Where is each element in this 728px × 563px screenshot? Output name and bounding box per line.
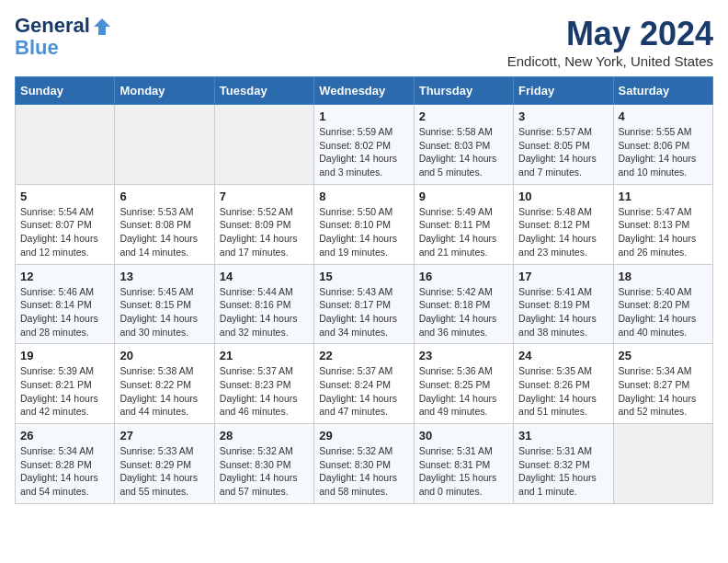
day-info: Sunrise: 5:34 AM Sunset: 8:28 PM Dayligh… bbox=[20, 444, 109, 499]
day-cell bbox=[16, 105, 115, 185]
calendar-title: May 2024 bbox=[507, 15, 713, 53]
day-info: Sunrise: 5:44 AM Sunset: 8:16 PM Dayligh… bbox=[220, 285, 309, 339]
svg-marker-0 bbox=[94, 18, 110, 35]
day-info: Sunrise: 5:54 AM Sunset: 8:07 PM Dayligh… bbox=[20, 205, 109, 259]
week-row-3: 19Sunrise: 5:39 AM Sunset: 8:21 PM Dayli… bbox=[16, 344, 713, 424]
day-number: 3 bbox=[518, 109, 608, 123]
day-cell: 5Sunrise: 5:54 AM Sunset: 8:07 PM Daylig… bbox=[16, 184, 115, 264]
day-info: Sunrise: 5:33 AM Sunset: 8:29 PM Dayligh… bbox=[119, 444, 209, 499]
day-info: Sunrise: 5:46 AM Sunset: 8:14 PM Dayligh… bbox=[20, 285, 109, 339]
day-cell: 21Sunrise: 5:37 AM Sunset: 8:23 PM Dayli… bbox=[214, 344, 313, 424]
day-info: Sunrise: 5:55 AM Sunset: 8:06 PM Dayligh… bbox=[619, 125, 708, 179]
day-info: Sunrise: 5:38 AM Sunset: 8:22 PM Dayligh… bbox=[119, 364, 209, 419]
day-cell: 16Sunrise: 5:42 AM Sunset: 8:18 PM Dayli… bbox=[414, 264, 513, 344]
day-number: 30 bbox=[419, 429, 508, 442]
day-cell: 22Sunrise: 5:37 AM Sunset: 8:24 PM Dayli… bbox=[314, 344, 414, 424]
day-cell: 29Sunrise: 5:32 AM Sunset: 8:30 PM Dayli… bbox=[314, 424, 414, 504]
col-header-monday: Monday bbox=[115, 77, 214, 105]
day-info: Sunrise: 5:57 AM Sunset: 8:05 PM Dayligh… bbox=[518, 125, 608, 179]
day-info: Sunrise: 5:37 AM Sunset: 8:23 PM Dayligh… bbox=[220, 364, 309, 419]
day-cell: 23Sunrise: 5:36 AM Sunset: 8:25 PM Dayli… bbox=[414, 344, 513, 424]
day-info: Sunrise: 5:48 AM Sunset: 8:12 PM Dayligh… bbox=[518, 205, 608, 259]
day-info: Sunrise: 5:40 AM Sunset: 8:20 PM Dayligh… bbox=[619, 285, 708, 339]
header-row: SundayMondayTuesdayWednesdayThursdayFrid… bbox=[16, 77, 713, 105]
col-header-friday: Friday bbox=[514, 77, 613, 105]
day-number: 17 bbox=[518, 270, 608, 283]
day-number: 2 bbox=[419, 109, 508, 123]
day-cell: 4Sunrise: 5:55 AM Sunset: 8:06 PM Daylig… bbox=[613, 105, 712, 185]
day-info: Sunrise: 5:47 AM Sunset: 8:13 PM Dayligh… bbox=[619, 205, 708, 259]
day-number: 9 bbox=[419, 190, 508, 203]
day-info: Sunrise: 5:49 AM Sunset: 8:11 PM Dayligh… bbox=[419, 205, 508, 259]
day-cell: 11Sunrise: 5:47 AM Sunset: 8:13 PM Dayli… bbox=[613, 184, 712, 264]
day-number: 28 bbox=[220, 429, 309, 442]
week-row-4: 26Sunrise: 5:34 AM Sunset: 8:28 PM Dayli… bbox=[16, 424, 713, 504]
day-cell: 30Sunrise: 5:31 AM Sunset: 8:31 PM Dayli… bbox=[414, 424, 513, 504]
day-number: 26 bbox=[20, 429, 109, 442]
calendar-subtitle: Endicott, New York, United States bbox=[507, 53, 713, 69]
day-number: 23 bbox=[419, 349, 508, 362]
day-info: Sunrise: 5:41 AM Sunset: 8:19 PM Dayligh… bbox=[518, 285, 608, 339]
day-cell: 17Sunrise: 5:41 AM Sunset: 8:19 PM Dayli… bbox=[514, 264, 613, 344]
day-cell: 2Sunrise: 5:58 AM Sunset: 8:03 PM Daylig… bbox=[414, 105, 513, 185]
day-cell: 13Sunrise: 5:45 AM Sunset: 8:15 PM Dayli… bbox=[115, 264, 214, 344]
day-cell: 28Sunrise: 5:32 AM Sunset: 8:30 PM Dayli… bbox=[214, 424, 313, 504]
calendar-table: SundayMondayTuesdayWednesdayThursdayFrid… bbox=[15, 76, 713, 504]
day-number: 19 bbox=[20, 349, 109, 362]
day-cell: 25Sunrise: 5:34 AM Sunset: 8:27 PM Dayli… bbox=[613, 344, 712, 424]
day-cell: 9Sunrise: 5:49 AM Sunset: 8:11 PM Daylig… bbox=[414, 184, 513, 264]
day-number: 5 bbox=[20, 190, 109, 203]
day-cell bbox=[115, 105, 214, 185]
day-number: 6 bbox=[119, 190, 209, 203]
day-cell: 24Sunrise: 5:35 AM Sunset: 8:26 PM Dayli… bbox=[514, 344, 613, 424]
day-info: Sunrise: 5:42 AM Sunset: 8:18 PM Dayligh… bbox=[419, 285, 508, 339]
day-number: 1 bbox=[319, 109, 408, 123]
day-number: 15 bbox=[319, 270, 408, 283]
day-cell: 6Sunrise: 5:53 AM Sunset: 8:08 PM Daylig… bbox=[115, 184, 214, 264]
day-number: 8 bbox=[319, 190, 408, 203]
title-block: May 2024 Endicott, New York, United Stat… bbox=[507, 15, 713, 69]
week-row-2: 12Sunrise: 5:46 AM Sunset: 8:14 PM Dayli… bbox=[16, 264, 713, 344]
page-header: General Blue May 2024 Endicott, New York… bbox=[15, 15, 713, 69]
day-number: 4 bbox=[619, 109, 708, 123]
day-number: 12 bbox=[20, 270, 109, 283]
day-cell: 26Sunrise: 5:34 AM Sunset: 8:28 PM Dayli… bbox=[16, 424, 115, 504]
day-cell: 14Sunrise: 5:44 AM Sunset: 8:16 PM Dayli… bbox=[214, 264, 313, 344]
day-number: 14 bbox=[220, 270, 309, 283]
week-row-0: 1Sunrise: 5:59 AM Sunset: 8:02 PM Daylig… bbox=[16, 105, 713, 185]
col-header-saturday: Saturday bbox=[613, 77, 712, 105]
day-info: Sunrise: 5:58 AM Sunset: 8:03 PM Dayligh… bbox=[419, 125, 508, 179]
day-number: 20 bbox=[119, 349, 209, 362]
day-info: Sunrise: 5:45 AM Sunset: 8:15 PM Dayligh… bbox=[119, 285, 209, 339]
day-cell bbox=[214, 105, 313, 185]
day-cell: 3Sunrise: 5:57 AM Sunset: 8:05 PM Daylig… bbox=[514, 105, 613, 185]
day-number: 29 bbox=[319, 429, 408, 442]
day-number: 18 bbox=[619, 270, 708, 283]
col-header-tuesday: Tuesday bbox=[214, 77, 313, 105]
day-info: Sunrise: 5:36 AM Sunset: 8:25 PM Dayligh… bbox=[419, 364, 508, 419]
day-info: Sunrise: 5:35 AM Sunset: 8:26 PM Dayligh… bbox=[518, 364, 608, 419]
day-cell: 12Sunrise: 5:46 AM Sunset: 8:14 PM Dayli… bbox=[16, 264, 115, 344]
day-info: Sunrise: 5:53 AM Sunset: 8:08 PM Dayligh… bbox=[119, 205, 209, 259]
day-cell: 20Sunrise: 5:38 AM Sunset: 8:22 PM Dayli… bbox=[115, 344, 214, 424]
col-header-wednesday: Wednesday bbox=[314, 77, 414, 105]
day-info: Sunrise: 5:37 AM Sunset: 8:24 PM Dayligh… bbox=[319, 364, 408, 419]
day-number: 13 bbox=[119, 270, 209, 283]
day-info: Sunrise: 5:32 AM Sunset: 8:30 PM Dayligh… bbox=[220, 444, 309, 499]
day-number: 22 bbox=[319, 349, 408, 362]
week-row-1: 5Sunrise: 5:54 AM Sunset: 8:07 PM Daylig… bbox=[16, 184, 713, 264]
logo-text: General bbox=[15, 15, 114, 37]
col-header-sunday: Sunday bbox=[16, 77, 115, 105]
day-info: Sunrise: 5:52 AM Sunset: 8:09 PM Dayligh… bbox=[220, 205, 309, 259]
day-info: Sunrise: 5:50 AM Sunset: 8:10 PM Dayligh… bbox=[319, 205, 408, 259]
day-info: Sunrise: 5:39 AM Sunset: 8:21 PM Dayligh… bbox=[20, 364, 109, 419]
day-cell: 18Sunrise: 5:40 AM Sunset: 8:20 PM Dayli… bbox=[613, 264, 712, 344]
col-header-thursday: Thursday bbox=[414, 77, 513, 105]
day-cell: 27Sunrise: 5:33 AM Sunset: 8:29 PM Dayli… bbox=[115, 424, 214, 504]
day-cell: 1Sunrise: 5:59 AM Sunset: 8:02 PM Daylig… bbox=[314, 105, 414, 185]
day-number: 27 bbox=[119, 429, 209, 442]
day-info: Sunrise: 5:43 AM Sunset: 8:17 PM Dayligh… bbox=[319, 285, 408, 339]
day-number: 16 bbox=[419, 270, 508, 283]
logo: General Blue bbox=[15, 15, 114, 59]
day-number: 10 bbox=[518, 190, 608, 203]
